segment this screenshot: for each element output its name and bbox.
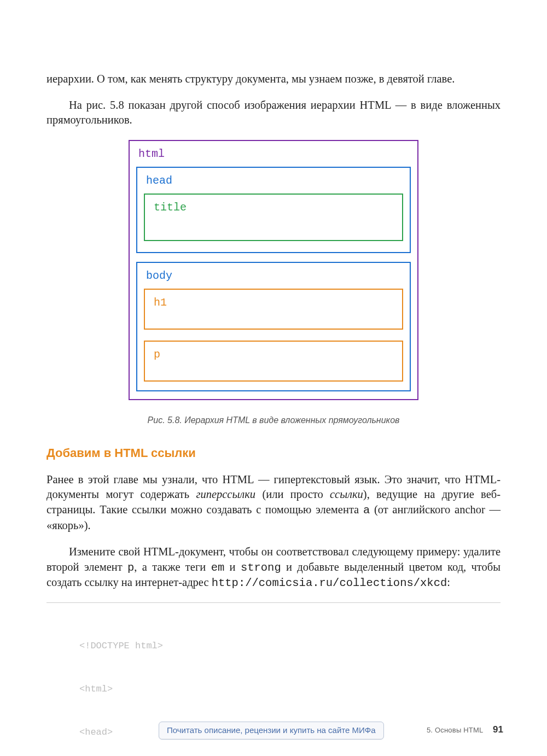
fig-box-body: body h1 p [136, 262, 411, 391]
section-heading: Добавим в HTML ссылки [46, 445, 501, 461]
p2-text-b: , а также теги [134, 561, 211, 573]
book-page: иерархии. О том, как менять структуру до… [0, 0, 547, 756]
fig-label-h1: h1 [152, 295, 395, 313]
fig-label-title: title [152, 200, 395, 218]
fig-label-body: body [144, 268, 403, 286]
fig-label-p: p [152, 347, 395, 365]
p1-a-tag: a [363, 504, 370, 517]
p2-text-c: и [224, 561, 241, 573]
fig-box-html: html head title body h1 p [129, 140, 418, 400]
p1-text-b: (или просто [255, 488, 330, 500]
fig-box-title: title [144, 194, 403, 241]
p2-text-e: : [447, 576, 450, 588]
section-p2: Измените свой HTML-документ, чтобы он со… [46, 544, 501, 591]
p2-em-tag: em [211, 561, 225, 574]
p2-url: http://comicsia.ru/collections/xkcd [212, 577, 447, 589]
page-footer: 5. Основы HTML 91 [427, 724, 503, 736]
fig-label-html: html [136, 146, 411, 165]
p2-strong-tag: strong [241, 561, 281, 574]
fig-box-h1: h1 [144, 289, 403, 330]
intro-p1: иерархии. О том, как менять структуру до… [46, 72, 501, 87]
section-p1: Ранее в этой главе мы узнали, что HTML —… [46, 472, 501, 534]
buy-on-mif-button[interactable]: Почитать описание, рецензии и купить на … [159, 722, 384, 740]
intro-p2: На рис. 5.8 показан другой способ изобра… [46, 98, 501, 128]
p1-hyperlinks: гиперссылки [196, 488, 255, 500]
code-line-2: <html> [46, 682, 501, 696]
p1-links: ссылки [330, 488, 363, 500]
fig-box-p: p [144, 341, 403, 382]
figure-caption: Рис. 5.8. Иерархия HTML в виде вложенных… [46, 414, 501, 426]
p2-p-tag: p [127, 561, 134, 574]
figure-5-8: html head title body h1 p [129, 140, 418, 400]
page-number: 91 [493, 724, 503, 735]
fig-box-head: head title [136, 167, 411, 253]
footer-section-name: 5. Основы HTML [427, 726, 484, 734]
code-line-1: <!DOCTYPE html> [46, 639, 501, 653]
fig-label-head: head [144, 173, 403, 191]
